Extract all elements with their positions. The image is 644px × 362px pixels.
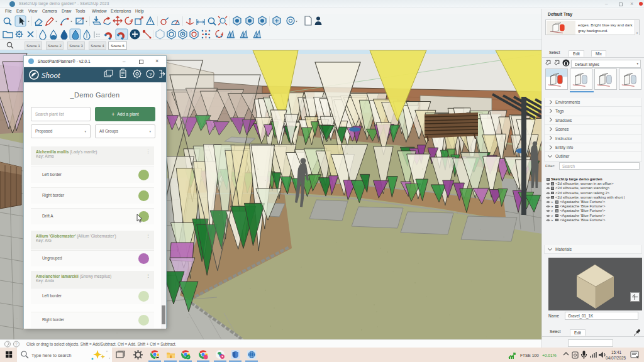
svg-text:?: ?: [15, 342, 18, 346]
svg-text:✓: ✓: [187, 355, 189, 359]
svg-text:?: ?: [149, 72, 152, 77]
svg-text:Type here to search: Type here to search: [31, 353, 72, 358]
svg-text:+0.01%: +0.01%: [542, 353, 557, 358]
svg-text:Shoot: Shoot: [42, 70, 60, 80]
svg-text:04/07/2025: 04/07/2025: [606, 356, 626, 360]
svg-text:15:41: 15:41: [611, 350, 621, 354]
svg-text:FTSE 100: FTSE 100: [520, 353, 539, 358]
